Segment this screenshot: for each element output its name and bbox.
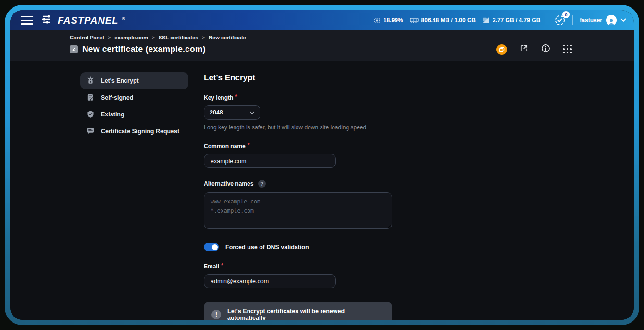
- required-marker: *: [221, 262, 223, 269]
- equalizer-logo-icon: [42, 15, 54, 25]
- chevron-down-icon: [249, 109, 255, 116]
- external-link-icon[interactable]: [520, 44, 529, 55]
- page-header: Control Panel > example.com > SSL certif…: [10, 30, 634, 61]
- breadcrumb-ssl-certificates[interactable]: SSL certificates: [159, 35, 198, 40]
- disk-value: 2.77 GB / 4.79 GB: [493, 17, 540, 24]
- background-tasks-button[interactable]: 0: [554, 14, 566, 26]
- key-length-select[interactable]: 2048: [204, 105, 260, 120]
- user-menu[interactable]: fastuser: [580, 15, 626, 25]
- site-favicon-placeholder-icon: [70, 45, 78, 53]
- auto-renew-info-box: ! Let's Encrypt certificates will be ren…: [204, 302, 392, 320]
- breadcrumb-control-panel[interactable]: Control Panel: [70, 35, 104, 40]
- sidebar-item-self-signed[interactable]: Self-signed: [80, 89, 188, 106]
- key-length-field: Key length * 2048 Long key length is saf…: [204, 94, 392, 131]
- exclamation-circle-icon: !: [211, 310, 221, 319]
- required-marker: *: [248, 142, 250, 149]
- avatar: [606, 15, 617, 25]
- alternative-names-textarea[interactable]: [204, 192, 392, 229]
- alternative-names-field: Alternative names ?: [204, 180, 392, 231]
- fastpanel-logo[interactable]: FASTPANEL ®: [42, 15, 125, 26]
- sidebar-item-existing[interactable]: Existing: [80, 106, 188, 123]
- dns-validation-label: Forced use of DNS validation: [225, 244, 309, 251]
- divider: [572, 15, 573, 25]
- sidebar-item-label: Certificate Signing Request: [101, 128, 179, 135]
- apps-grid-icon[interactable]: [563, 45, 572, 54]
- auto-renew-info-text: Let's Encrypt certificates will be renew…: [227, 308, 384, 320]
- cpu-value: 18.99%: [384, 17, 403, 24]
- key-length-value: 2048: [210, 109, 223, 116]
- cpu-usage-stat: 18.99%: [373, 17, 403, 24]
- breadcrumb-separator: >: [108, 35, 111, 40]
- cpu-icon: [373, 17, 381, 24]
- ram-usage-stat: 806.48 MB / 1.00 GB: [410, 17, 476, 24]
- ram-value: 806.48 MB / 1.00 GB: [421, 17, 476, 24]
- alternative-names-label: Alternative names: [204, 180, 253, 187]
- breadcrumb-separator: >: [152, 35, 155, 40]
- lets-encrypt-form: Let's Encrypt Key length * 2048 Long key…: [204, 72, 392, 320]
- common-name-label: Common name: [204, 143, 246, 150]
- sidebar-item-lets-encrypt[interactable]: Let's Encrypt: [80, 72, 188, 89]
- brand-name: FASTPANEL: [58, 15, 118, 26]
- email-label: Email: [204, 263, 219, 270]
- disk-icon: [483, 17, 490, 24]
- key-length-help: Long key length is safer, but it will sl…: [204, 124, 392, 131]
- chevron-down-icon: [620, 18, 626, 22]
- disk-usage-stat: 2.77 GB / 4.79 GB: [483, 17, 540, 24]
- breadcrumb: Control Panel > example.com > SSL certif…: [70, 35, 572, 40]
- copy-pages-badge-icon[interactable]: [496, 44, 507, 55]
- page-title: New certificate (example.com): [82, 44, 206, 54]
- tasks-count-badge: 0: [562, 11, 570, 18]
- common-name-input[interactable]: [204, 154, 336, 168]
- key-length-label: Key length: [204, 94, 233, 101]
- breadcrumb-site[interactable]: example.com: [114, 35, 148, 40]
- ram-icon: [410, 17, 419, 24]
- form-heading: Let's Encrypt: [204, 73, 392, 83]
- breadcrumb-new-certificate[interactable]: New certificate: [209, 35, 246, 40]
- topbar-stats: 18.99% 806.48 MB / 1.00 GB 2.77 GB: [373, 14, 626, 26]
- username: fastuser: [580, 17, 602, 24]
- header-actions: [496, 44, 572, 55]
- email-field-block: Email *: [204, 263, 392, 288]
- browser-window-frame: FASTPANEL ® 18.99% 80: [5, 5, 639, 325]
- dns-validation-row: Forced use of DNS validation: [204, 243, 392, 251]
- sidebar-item-label: Self-signed: [101, 94, 133, 101]
- topbar: FASTPANEL ® 18.99% 80: [10, 10, 634, 30]
- email-input[interactable]: [204, 274, 336, 288]
- dns-validation-toggle[interactable]: [204, 243, 219, 251]
- divider: [547, 15, 547, 25]
- fastpanel-app: FASTPANEL ® 18.99% 80: [10, 10, 634, 320]
- lets-encrypt-lock-icon: [87, 76, 95, 85]
- sidebar-item-label: Let's Encrypt: [101, 77, 139, 84]
- hamburger-menu-icon[interactable]: [21, 16, 33, 25]
- registered-mark: ®: [122, 16, 125, 21]
- help-question-badge[interactable]: ?: [258, 180, 266, 188]
- message-lines-icon: [87, 127, 95, 135]
- info-circle-icon[interactable]: [541, 44, 550, 55]
- certificate-type-sidebar: Let's Encrypt Self-signed: [80, 72, 188, 320]
- sidebar-item-label: Existing: [101, 111, 124, 118]
- common-name-field: Common name *: [204, 143, 392, 168]
- shield-check-icon: [87, 110, 95, 118]
- required-marker: *: [235, 93, 237, 100]
- sidebar-item-csr[interactable]: Certificate Signing Request: [80, 123, 188, 140]
- breadcrumb-separator: >: [202, 35, 205, 40]
- main-content: Let's Encrypt Self-signed: [10, 61, 634, 320]
- document-pencil-icon: [87, 93, 95, 102]
